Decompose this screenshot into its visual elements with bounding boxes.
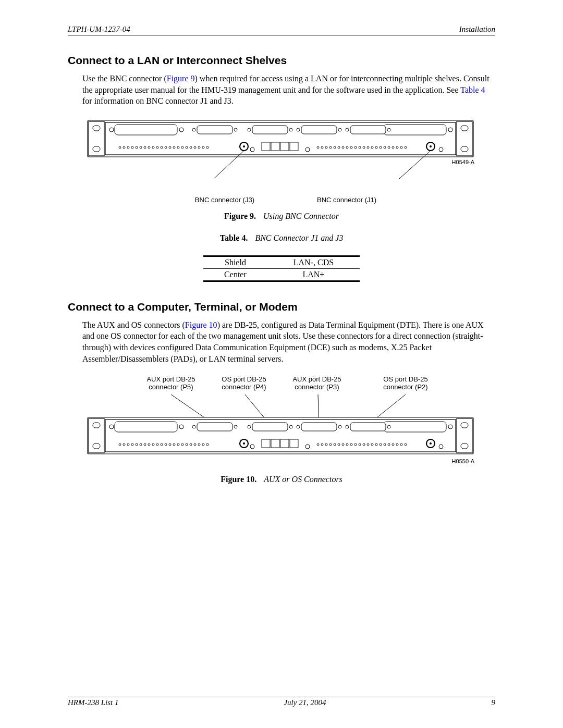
svg-point-100 xyxy=(448,425,452,429)
table-row: Center LAN+ xyxy=(203,268,360,281)
svg-rect-96 xyxy=(115,422,177,432)
svg-rect-99 xyxy=(384,422,446,432)
svg-rect-90 xyxy=(93,423,100,428)
callout-bnc-j1: BNC connector (J1) xyxy=(317,196,452,204)
svg-rect-111 xyxy=(350,423,386,431)
footer-center: July 21, 2004 xyxy=(284,698,326,707)
svg-rect-93 xyxy=(461,443,468,449)
svg-point-165 xyxy=(250,445,254,449)
svg-rect-3 xyxy=(93,126,100,131)
figure-10-partno: H0550-A xyxy=(452,458,475,464)
svg-rect-102 xyxy=(197,423,232,431)
svg-point-162 xyxy=(243,442,245,445)
svg-point-80 xyxy=(439,147,443,152)
heading-terminal: Connect to a Computer, Terminal, or Mode… xyxy=(68,301,495,313)
table-4: Shield LAN-, CDS Center LAN+ xyxy=(203,255,360,282)
heading-lan: Connect to a LAN or Interconnect Shelves xyxy=(68,54,495,67)
svg-rect-9 xyxy=(115,125,177,135)
link-table-4[interactable]: Table 4 xyxy=(460,85,485,94)
svg-point-166 xyxy=(305,445,310,449)
figure-10: AUX port DB-25connector (P5) OS port DB-… xyxy=(82,376,495,467)
callout-bnc-j3: BNC connector (J3) xyxy=(119,196,254,204)
svg-rect-12 xyxy=(384,125,446,135)
link-figure-10[interactable]: Figure 10 xyxy=(185,320,217,329)
running-footer: HRM-238 List 1 July 21, 2004 9 xyxy=(68,697,495,707)
svg-point-10 xyxy=(179,128,183,132)
table-4-caption: Table 4.BNC Connector J1 and J3 xyxy=(68,233,495,243)
para-lan: Use the BNC connector (Figure 9) when re… xyxy=(82,73,495,107)
figure-10-caption: Figure 10.AUX or OS Connectors xyxy=(68,475,495,484)
figure-9-partno: H0549-A xyxy=(452,159,475,165)
svg-point-75 xyxy=(243,145,245,147)
svg-point-167 xyxy=(439,445,443,449)
svg-rect-91 xyxy=(93,443,100,449)
callout-p4: OS port DB-25connector (P4) xyxy=(207,376,280,391)
svg-point-79 xyxy=(305,147,310,152)
svg-rect-21 xyxy=(301,126,337,134)
callout-p3: AUX port DB-25connector (P3) xyxy=(280,376,353,391)
para-terminal: The AUX and OS connectors (Figure 10) ar… xyxy=(82,319,495,364)
svg-rect-18 xyxy=(252,126,288,134)
svg-rect-105 xyxy=(252,423,288,431)
svg-point-77 xyxy=(430,145,432,147)
footer-left: HRM-238 List 1 xyxy=(68,698,119,707)
figure-9-caption: Figure 9.Using BNC Connector xyxy=(68,212,495,221)
svg-point-78 xyxy=(250,147,254,152)
callout-p5: AUX port DB-25connector (P5) xyxy=(134,376,207,391)
callout-p2: OS port DB-25connector (P2) xyxy=(369,376,442,391)
svg-point-13 xyxy=(448,128,452,132)
svg-point-95 xyxy=(109,425,114,429)
link-figure-9[interactable]: Figure 9 xyxy=(167,74,195,83)
svg-point-97 xyxy=(179,425,183,429)
svg-point-8 xyxy=(109,128,114,132)
svg-rect-15 xyxy=(197,126,232,134)
footer-right: 9 xyxy=(491,698,495,707)
svg-point-164 xyxy=(430,442,432,445)
header-right: Installation xyxy=(459,25,495,34)
header-left: LTPH-UM-1237-04 xyxy=(68,25,130,34)
svg-rect-6 xyxy=(461,146,468,152)
table-row: Shield LAN-, CDS xyxy=(203,256,360,268)
svg-rect-92 xyxy=(461,423,468,428)
svg-rect-4 xyxy=(93,146,100,152)
svg-rect-5 xyxy=(461,126,468,131)
running-header: LTPH-UM-1237-04 Installation xyxy=(68,25,495,35)
svg-rect-108 xyxy=(301,423,337,431)
svg-rect-24 xyxy=(350,126,386,134)
figure-9: H0549-A BNC connector (J3) BNC connector… xyxy=(82,118,495,204)
